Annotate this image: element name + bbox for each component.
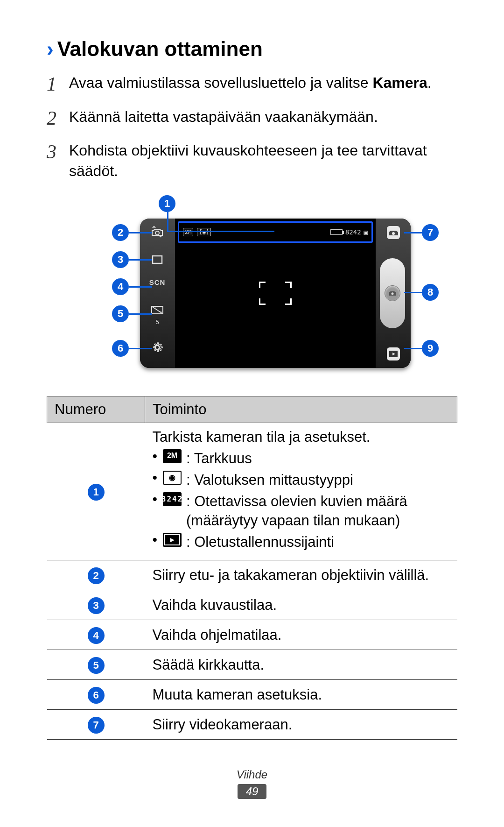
- callout-9: 9: [422, 340, 439, 357]
- camera-mode-toggle-icon: [383, 225, 404, 240]
- table-row: 7 Siirry videokameraan.: [47, 710, 457, 740]
- scene-mode-icon: SCN: [147, 278, 168, 286]
- table-row: 5 Säädä kirkkautta.: [47, 650, 457, 680]
- row-content-1: Tarkista kameran tila ja asetukset. 2M :…: [145, 423, 457, 560]
- svg-text:+: +: [154, 306, 156, 311]
- callout-line: [167, 212, 168, 231]
- row-lead-text: Tarkista kameran tila ja asetukset.: [153, 429, 450, 445]
- row-content-7: Siirry videokameraan.: [145, 710, 457, 740]
- callout-3: 3: [112, 251, 129, 268]
- metering-icon: [◉]: [197, 228, 211, 236]
- page-footer: Viihde 49: [0, 768, 504, 799]
- resolution-icon: 2M: [183, 228, 193, 236]
- table-row: 6 Muuta kameran asetuksia.: [47, 680, 457, 710]
- step-text: Avaa valmiustilassa sovellusluettelo ja …: [69, 71, 457, 93]
- page-number: 49: [238, 784, 267, 799]
- callout-line: [129, 286, 152, 288]
- camera-left-panel: SCN +− 5: [140, 219, 175, 368]
- section-heading: › Valokuvan ottaminen: [47, 37, 457, 61]
- row-badge-6: 6: [88, 687, 105, 704]
- callout-line: [129, 348, 152, 349]
- step-text-bold: Kamera: [372, 74, 427, 91]
- bullet-storage: ▸ : Oletustallennussijainti: [153, 533, 450, 551]
- row-content-5: Säädä kirkkautta.: [145, 650, 457, 680]
- steps-list: 1 Avaa valmiustilassa sovellusluettelo j…: [47, 71, 457, 181]
- callout-7: 7: [422, 224, 439, 241]
- row-content-3: Vaihda kuvaustilaa.: [145, 590, 457, 620]
- heading-title: Valokuvan ottaminen: [57, 37, 263, 61]
- table-row: 3 Vaihda kuvaustilaa.: [47, 590, 457, 620]
- camera-status-bar: 2M [◉] 8242 ▣: [178, 221, 373, 243]
- chevron-icon: ›: [47, 39, 54, 59]
- row-badge-3: 3: [88, 597, 105, 614]
- exposure-value: 5: [155, 318, 159, 325]
- shutter-button: [380, 258, 405, 328]
- bullet-text: : Valotuksen mittaustyyppi: [186, 471, 353, 489]
- table-header-row: Numero Toiminto: [47, 396, 457, 423]
- camera-body: SCN +− 5: [140, 219, 411, 368]
- step-2: 2 Käännä laitetta vastapäivään vaakanäky…: [47, 105, 457, 132]
- storage-icon: ▣: [364, 228, 368, 236]
- switch-camera-icon: [147, 224, 168, 239]
- callout-1: 1: [159, 195, 175, 212]
- col-header-number: Numero: [47, 396, 145, 423]
- focus-brackets-icon: [259, 282, 292, 305]
- col-header-function: Toiminto: [145, 396, 457, 423]
- counter-inline-icon: 8242: [163, 492, 182, 506]
- row-badge-5: 5: [88, 657, 105, 674]
- callout-2: 2: [112, 224, 129, 241]
- settings-gear-icon: [147, 340, 168, 355]
- storage-inline-icon: ▸: [163, 533, 182, 547]
- bullet-shots-remaining: 8242 : Otettavissa olevien kuvien määrä …: [153, 492, 450, 530]
- step-3: 3 Kohdista objektiivi kuvauskohteeseen j…: [47, 139, 457, 181]
- row-content-6: Muuta kameran asetuksia.: [145, 680, 457, 710]
- callout-line: [404, 232, 422, 233]
- row-badge-7: 7: [88, 717, 105, 734]
- svg-rect-1: [153, 256, 162, 263]
- svg-point-7: [392, 292, 394, 295]
- camera-viewfinder: 2M [◉] 8242 ▣: [175, 219, 376, 368]
- step-1: 1 Avaa valmiustilassa sovellusluettelo j…: [47, 71, 457, 98]
- resolution-inline-icon: 2M: [163, 449, 182, 463]
- callout-8: 8: [422, 284, 439, 301]
- row-badge-2: 2: [88, 567, 105, 584]
- callout-line: [404, 348, 422, 349]
- callout-line: [129, 232, 152, 233]
- row-badge-1: 1: [88, 484, 105, 501]
- camera-right-panel: [376, 219, 411, 368]
- metering-inline-icon: ◉: [163, 471, 182, 485]
- bullet-text: : Tarkkuus: [186, 449, 252, 468]
- row-content-2: Siirry etu- ja takakameran objektiivin v…: [145, 560, 457, 590]
- table-row: 4 Vaihda ohjelmatilaa.: [47, 620, 457, 650]
- bullet-text: : Otettavissa olevien kuvien määrä (määr…: [186, 492, 449, 530]
- bullet-metering: ◉ : Valotuksen mittaustyyppi: [153, 471, 450, 489]
- svg-point-6: [392, 232, 395, 235]
- battery-icon: [330, 229, 343, 235]
- callout-6: 6: [112, 340, 129, 357]
- shots-remaining: 8242: [345, 228, 361, 236]
- step-text-part: Avaa valmiustilassa sovellusluettelo ja …: [69, 74, 372, 91]
- step-text: Kohdista objektiivi kuvauskohteeseen ja …: [69, 139, 457, 181]
- callout-line: [167, 231, 274, 232]
- callout-4: 4: [112, 278, 129, 295]
- callout-5: 5: [112, 305, 129, 322]
- bullet-text: : Oletustallennussijainti: [186, 533, 334, 551]
- step-number: 2: [47, 105, 69, 132]
- shutter-camera-icon: [385, 285, 400, 301]
- row-badge-4: 4: [88, 627, 105, 644]
- table-row: 1 Tarkista kameran tila ja asetukset. 2M…: [47, 423, 457, 560]
- gallery-play-icon: [383, 346, 404, 361]
- callout-line: [404, 292, 422, 293]
- step-number: 3: [47, 139, 69, 165]
- function-table: Numero Toiminto 1 Tarkista kameran tila …: [47, 396, 457, 740]
- callout-line: [129, 259, 152, 261]
- step-number: 1: [47, 71, 69, 98]
- svg-text:−: −: [159, 309, 161, 314]
- svg-point-0: [155, 231, 159, 235]
- footer-section-label: Viihde: [0, 768, 504, 781]
- camera-diagram: 1 2 3 4 5 6 7 8 9 SCN: [89, 195, 415, 382]
- table-row: 2 Siirry etu- ja takakameran objektiivin…: [47, 560, 457, 590]
- step-text: Käännä laitetta vastapäivään vaakanäkymä…: [69, 105, 457, 127]
- callout-line: [129, 313, 152, 315]
- step-text-part: .: [427, 74, 432, 91]
